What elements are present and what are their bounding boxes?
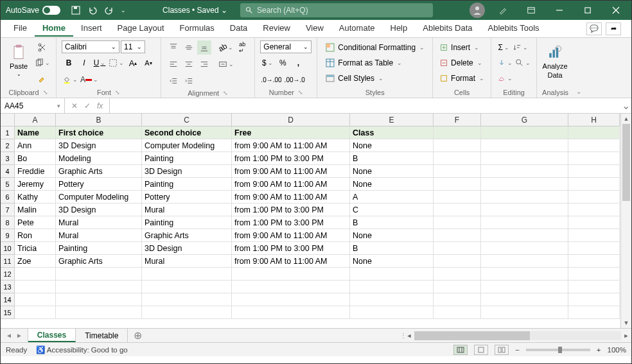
scroll-thumb[interactable] — [414, 331, 530, 340]
cell[interactable]: Malin — [15, 204, 56, 216]
sheet-tab-timetable[interactable]: Timetable — [76, 329, 128, 342]
cancel-formula-icon[interactable]: ✕ — [71, 101, 78, 110]
enter-formula-icon[interactable]: ✓ — [84, 101, 91, 110]
search-input[interactable]: Search (Alt+Q) — [240, 3, 433, 17]
cell[interactable]: Class — [350, 126, 434, 139]
decrease-indent-button[interactable] — [166, 74, 180, 88]
column-header[interactable]: H — [568, 114, 620, 126]
cell[interactable] — [481, 281, 568, 293]
cell[interactable] — [568, 242, 620, 255]
cell[interactable] — [568, 152, 620, 165]
fx-icon[interactable]: fx — [97, 101, 103, 110]
cell[interactable] — [568, 216, 620, 229]
cell[interactable]: None — [350, 165, 434, 178]
cell[interactable] — [481, 229, 568, 242]
scroll-left-icon[interactable]: ◄ — [404, 333, 414, 339]
cell[interactable] — [350, 268, 434, 281]
cell-styles-button[interactable]: Cell Styles — [322, 71, 427, 85]
cell[interactable]: Pottery — [142, 191, 232, 204]
cell[interactable] — [142, 281, 232, 293]
increase-font-button[interactable]: A▴ — [126, 56, 140, 70]
cell[interactable]: from 1:00 PM to 3:00 PM — [232, 242, 350, 255]
cell[interactable] — [142, 268, 232, 281]
tab-home[interactable]: Home — [35, 21, 73, 37]
column-header[interactable]: G — [481, 114, 568, 126]
cell[interactable] — [434, 281, 481, 293]
align-middle-button[interactable] — [182, 40, 196, 55]
cell[interactable]: from 9:00 AM to 11:00 AM — [232, 255, 350, 268]
align-bottom-button[interactable] — [197, 40, 211, 55]
cell[interactable]: 3D Design — [142, 165, 232, 178]
cell[interactable]: from 9:00 AM to 11:00 AM — [232, 139, 350, 152]
cut-button[interactable] — [34, 40, 51, 55]
wrap-text-button[interactable]: ab↵ — [235, 40, 249, 55]
minimize-button[interactable] — [547, 1, 572, 19]
cell[interactable] — [434, 293, 481, 306]
row-header[interactable]: 9 — [1, 229, 15, 242]
cell[interactable]: Mural — [142, 204, 232, 216]
cell[interactable] — [481, 255, 568, 268]
user-avatar[interactable] — [470, 3, 485, 18]
row-header[interactable]: 10 — [1, 242, 15, 255]
toggle-switch[interactable] — [42, 6, 60, 15]
cell[interactable]: Modeling — [56, 152, 142, 165]
cell[interactable]: Graphic Arts — [142, 229, 232, 242]
zoom-slider[interactable] — [526, 349, 590, 351]
cell[interactable] — [56, 268, 142, 281]
cell[interactable] — [481, 139, 568, 152]
decrease-decimal-button[interactable]: .00→.0 — [284, 73, 306, 87]
tab-help[interactable]: Help — [383, 21, 416, 37]
row-header[interactable]: 7 — [1, 204, 15, 216]
close-button[interactable] — [603, 1, 629, 19]
merge-button[interactable] — [218, 57, 234, 71]
cell[interactable]: Pottery — [56, 178, 142, 191]
cell[interactable]: B — [350, 242, 434, 255]
cell[interactable] — [481, 293, 568, 306]
maximize-button[interactable] — [575, 1, 601, 19]
cell[interactable] — [568, 178, 620, 191]
row-header[interactable]: 3 — [1, 152, 15, 165]
share-button[interactable]: ➦ — [606, 22, 621, 35]
scroll-thumb[interactable] — [622, 124, 630, 201]
tab-ablebits-data[interactable]: Ablebits Data — [415, 21, 480, 37]
undo-icon[interactable] — [87, 5, 98, 15]
cell[interactable] — [434, 178, 481, 191]
row-header[interactable]: 2 — [1, 139, 15, 152]
expand-formula-bar-button[interactable]: ⌄ — [620, 98, 631, 113]
horizontal-scrollbar[interactable]: ⋮ ◄ ► — [400, 329, 631, 342]
tab-review[interactable]: Review — [255, 21, 298, 37]
cell[interactable]: 3D Design — [142, 242, 232, 255]
font-size-select[interactable]: 11⌄ — [121, 40, 145, 53]
cell[interactable] — [568, 293, 620, 306]
cell[interactable]: Painting — [142, 178, 232, 191]
sheet-tab-classes[interactable]: Classes — [28, 329, 76, 342]
dialog-launcher-icon[interactable]: ⤡ — [223, 90, 228, 96]
collapse-ribbon-button[interactable]: ⌄ — [574, 38, 584, 98]
tab-ablebits-tools[interactable]: Ablebits Tools — [480, 21, 547, 37]
ribbon-display-icon[interactable] — [518, 1, 544, 19]
column-header[interactable]: E — [350, 114, 434, 126]
cell[interactable] — [434, 216, 481, 229]
cell[interactable] — [481, 152, 568, 165]
formula-input[interactable] — [110, 98, 620, 113]
cell[interactable] — [568, 306, 620, 319]
cell[interactable] — [481, 268, 568, 281]
cell[interactable] — [568, 281, 620, 293]
row-header[interactable]: 6 — [1, 191, 15, 204]
row-header[interactable]: 13 — [1, 281, 15, 293]
cell[interactable] — [232, 293, 350, 306]
cell[interactable] — [568, 191, 620, 204]
clear-button[interactable] — [496, 71, 513, 85]
cell[interactable] — [232, 268, 350, 281]
cell[interactable] — [568, 268, 620, 281]
align-center-button[interactable] — [182, 57, 196, 71]
cell[interactable] — [481, 216, 568, 229]
cell[interactable]: First choice — [56, 126, 142, 139]
cell[interactable] — [434, 126, 481, 139]
cell[interactable]: Tricia — [15, 242, 56, 255]
cell[interactable]: from 9:00 AM to 11:00 AM — [232, 165, 350, 178]
format-cells-button[interactable]: Format — [438, 71, 486, 85]
cell[interactable]: from 9:00 AM to 11:00 AM — [232, 191, 350, 204]
dialog-launcher-icon[interactable]: ⤡ — [43, 89, 48, 96]
increase-indent-button[interactable] — [182, 74, 196, 88]
